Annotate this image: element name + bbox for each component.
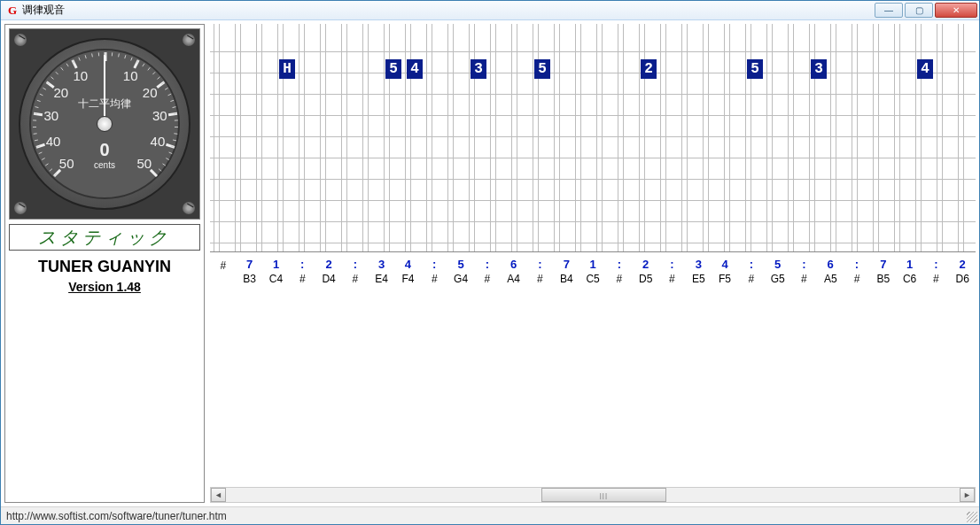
axis-note-name: D5	[633, 273, 659, 285]
axis-degree: :	[659, 258, 686, 271]
axis-column: : #	[289, 258, 315, 285]
scroll-left-button[interactable]: ◄	[211, 488, 226, 502]
axis-degree: :	[606, 258, 633, 271]
scroll-track[interactable]: |||	[226, 488, 960, 502]
svg-line-58	[168, 94, 172, 96]
axis-column: : #	[791, 258, 818, 285]
scroll-right-button[interactable]: ►	[960, 488, 975, 502]
axis-degree: 1	[263, 258, 290, 271]
axis-column: 3 E5	[685, 258, 712, 285]
svg-line-19	[151, 170, 157, 176]
axis-degree: 5	[765, 258, 791, 271]
axis-degree: 2	[633, 258, 659, 271]
axis-degree: :	[844, 258, 870, 271]
axis-column: : #	[606, 258, 633, 285]
axis-degree: 2	[949, 258, 976, 271]
note-marker[interactable]: H	[279, 59, 295, 79]
axis-note-name: F4	[395, 273, 422, 285]
resize-grip[interactable]	[967, 512, 977, 522]
axis-column: 3 E4	[369, 258, 395, 285]
note-marker[interactable]: 3	[811, 59, 827, 79]
svg-line-40	[66, 64, 68, 66]
note-marker[interactable]: 4	[407, 59, 423, 79]
svg-line-31	[34, 113, 37, 114]
status-url: http://www.softist.com/software/tuner/tu…	[6, 510, 227, 522]
axis-degree: :	[421, 258, 447, 271]
svg-line-55	[158, 77, 160, 80]
axis-column: 7 B5	[870, 258, 897, 285]
axis-column: : #	[738, 258, 765, 285]
axis-column: 1 C4	[263, 258, 290, 285]
axis-note-name: #	[527, 273, 554, 285]
close-button[interactable]: ✕	[935, 3, 977, 18]
axis-column: : #	[527, 258, 554, 285]
axis-note-name: B5	[870, 273, 897, 285]
axis-column: : #	[844, 258, 870, 285]
axis-note-name: D4	[315, 273, 342, 285]
note-marker[interactable]: 2	[641, 59, 657, 79]
axis-column: 1 C6	[897, 258, 923, 285]
product-version-link[interactable]: Version 1.48	[68, 280, 141, 294]
axis-column: 7 B4	[553, 258, 579, 285]
axis-note-name: B4	[553, 273, 579, 285]
svg-text:10: 10	[123, 68, 138, 83]
axis-column: 2 D4	[315, 258, 342, 285]
axis-note-name: C5	[579, 273, 606, 285]
score-panel: H54352534 #7 B31 C4: #2 D4: #3 E44 F4:	[210, 24, 976, 503]
axis-degree: 3	[369, 258, 395, 271]
svg-line-49	[125, 55, 126, 58]
axis-degree: :	[791, 258, 818, 271]
axis-note-name: E4	[369, 273, 395, 285]
axis-degree: :	[923, 258, 950, 271]
axis-column: 6 A4	[501, 258, 527, 285]
note-marker[interactable]: 5	[747, 59, 763, 79]
axis-note-name: C6	[897, 273, 923, 285]
axis-degree: 1	[579, 258, 606, 271]
svg-line-61	[174, 113, 177, 114]
axis-note-name: #	[791, 273, 818, 285]
app-icon: G	[6, 4, 19, 17]
axis-note-name: #	[474, 273, 501, 285]
axis-degree: 1	[897, 258, 923, 271]
note-marker[interactable]: 5	[385, 59, 401, 79]
svg-line-50	[131, 58, 132, 61]
axis-note-name: C4	[263, 273, 290, 285]
maximize-button[interactable]: ▢	[905, 3, 933, 18]
gauge-cents-label: cents	[10, 160, 199, 170]
note-marker[interactable]: 4	[917, 59, 933, 79]
note-marker[interactable]: 5	[534, 59, 550, 79]
axis-column: : #	[474, 258, 501, 285]
axis-note-name: D6	[949, 273, 976, 285]
axis-note-name: #	[659, 273, 686, 285]
axis-note-name: #	[289, 273, 315, 285]
axis-degree: 2	[315, 258, 342, 271]
horizontal-scrollbar[interactable]: ◄ ||| ►	[210, 487, 976, 503]
svg-line-48	[119, 53, 120, 57]
note-marker[interactable]: 3	[471, 59, 486, 79]
axis-degree: 5	[447, 258, 474, 271]
axis-note-name: G5	[765, 273, 791, 285]
axis-column: 4 F4	[395, 258, 422, 285]
axis-note-name: #	[606, 273, 633, 285]
svg-line-54	[152, 72, 155, 74]
scroll-thumb[interactable]: |||	[541, 488, 666, 502]
svg-line-44	[92, 53, 93, 57]
gauge-zero: 0	[10, 140, 199, 160]
svg-text:10: 10	[74, 68, 89, 83]
tuning-gauge: 50403020101020304050 十二平均律 0 cents	[9, 28, 200, 220]
minimize-button[interactable]: —	[875, 3, 903, 18]
svg-line-43	[85, 55, 86, 58]
svg-line-39	[61, 67, 63, 70]
axis-degree: 6	[501, 258, 527, 271]
titlebar[interactable]: G 调律观音 — ▢ ✕	[1, 1, 979, 20]
svg-line-35	[43, 88, 45, 89]
axis-note-name: A5	[817, 273, 844, 285]
axis-note-name: #	[421, 273, 447, 285]
axis-column: : #	[923, 258, 950, 285]
note-grid[interactable]	[210, 24, 976, 252]
axis-degree: 7	[237, 258, 263, 271]
svg-line-52	[143, 64, 144, 66]
product-title: TUNER GUANYIN	[38, 258, 171, 276]
axis-note-name: F5	[712, 273, 738, 285]
svg-line-37	[51, 77, 53, 80]
